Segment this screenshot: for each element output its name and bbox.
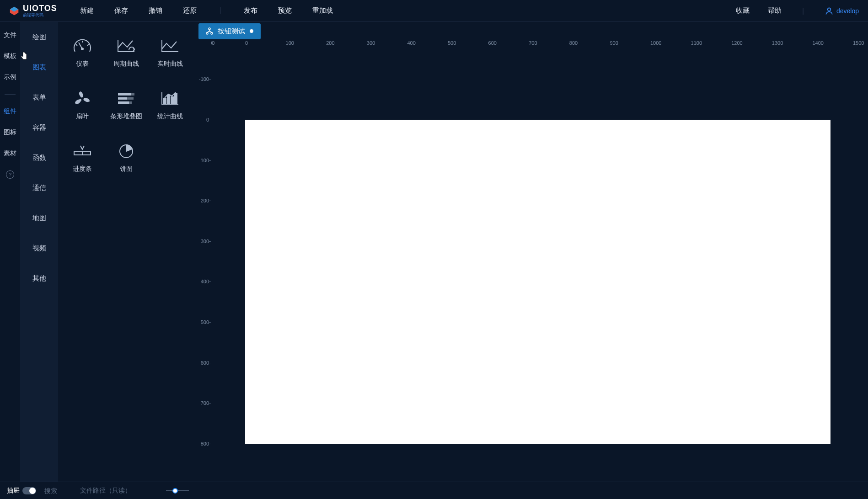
svg-point-20 bbox=[209, 28, 210, 30]
comp-fan[interactable]: 扇叶 bbox=[60, 79, 104, 132]
tab-active[interactable]: 按钮测试 bbox=[198, 23, 261, 39]
header-right: 收藏 帮助 | develop bbox=[736, 6, 859, 16]
svg-line-24 bbox=[207, 31, 209, 32]
sb1-divider bbox=[5, 94, 16, 95]
menu-undo[interactable]: 撤销 bbox=[149, 6, 162, 15]
tab-modified-dot bbox=[250, 29, 253, 33]
sb1-component[interactable]: 组件 bbox=[4, 107, 16, 116]
sb2-form[interactable]: 表单 bbox=[20, 82, 58, 112]
sb2-comm[interactable]: 通信 bbox=[20, 173, 58, 203]
tab-title: 按钮测试 bbox=[218, 27, 245, 36]
svg-rect-9 bbox=[118, 97, 127, 100]
svg-rect-16 bbox=[175, 93, 177, 104]
svg-line-25 bbox=[209, 31, 212, 32]
hierarchy-icon bbox=[206, 27, 213, 35]
comp-label: 实时曲线 bbox=[157, 60, 183, 68]
stat-curve-icon bbox=[160, 90, 180, 107]
comp-label: 进度条 bbox=[73, 165, 92, 173]
comp-stat-curve[interactable]: 统计曲线 bbox=[148, 79, 192, 132]
sb2-function[interactable]: 函数 bbox=[20, 143, 58, 173]
fan-icon bbox=[72, 90, 92, 107]
sb2-draw[interactable]: 绘图 bbox=[20, 22, 58, 52]
top-menu: 新建 保存 撤销 还原 | 发布 预览 重加载 bbox=[80, 6, 333, 15]
sb1-iconlib[interactable]: 图标 bbox=[4, 128, 16, 137]
menu-save[interactable]: 保存 bbox=[114, 6, 128, 15]
comp-bar-stack[interactable]: 条形堆叠图 bbox=[104, 79, 148, 132]
main-area: 文件 模板 示例 组件 图标 素材 ? 绘图 图表 表单 容器 函数 通信 地图… bbox=[0, 22, 868, 482]
comp-gauge[interactable]: 仪表 bbox=[60, 27, 104, 79]
comp-label: 统计曲线 bbox=[157, 112, 183, 121]
logo-text: UIOTOS bbox=[23, 4, 57, 13]
gauge-icon bbox=[72, 38, 92, 54]
svg-rect-13 bbox=[164, 99, 166, 104]
comp-label: 条形堆叠图 bbox=[110, 112, 142, 121]
sidebar-primary: 文件 模板 示例 组件 图标 素材 ? bbox=[0, 22, 20, 482]
sb2-chart[interactable]: 图表 bbox=[20, 52, 58, 82]
top-header: UIOTOS 前端零代码 新建 保存 撤销 还原 | 发布 预览 重加载 收藏 … bbox=[0, 0, 868, 22]
sb2-map[interactable]: 地图 bbox=[20, 203, 58, 233]
svg-point-6 bbox=[81, 97, 84, 100]
sb1-file[interactable]: 文件 bbox=[4, 31, 16, 39]
sidebar-secondary: 绘图 图表 表单 容器 函数 通信 地图 视频 其他 bbox=[20, 22, 58, 482]
menu-preview[interactable]: 预览 bbox=[278, 6, 292, 15]
svg-point-22 bbox=[211, 32, 213, 34]
svg-point-0 bbox=[828, 8, 831, 11]
svg-rect-11 bbox=[118, 101, 129, 104]
canvas-area[interactable] bbox=[211, 51, 868, 482]
sb2-other[interactable]: 其他 bbox=[20, 263, 58, 293]
comp-label: 扇叶 bbox=[76, 112, 89, 121]
comp-label: 饼图 bbox=[120, 165, 133, 173]
sb1-template[interactable]: 模板 bbox=[4, 52, 16, 60]
search-input[interactable] bbox=[44, 487, 72, 494]
comp-realtime-curve[interactable]: 实时曲线 bbox=[148, 27, 192, 79]
sb2-container[interactable]: 容器 bbox=[20, 112, 58, 143]
svg-line-3 bbox=[76, 44, 77, 46]
menu-favorite[interactable]: 收藏 bbox=[736, 6, 750, 15]
drawer-toggle[interactable]: 抽屉 bbox=[7, 487, 36, 495]
user-name: develop bbox=[836, 7, 859, 15]
component-palette: 仪表 周期曲线 实时曲线 bbox=[58, 22, 196, 482]
menu-publish[interactable]: 发布 bbox=[244, 6, 257, 15]
svg-line-5 bbox=[87, 44, 89, 46]
comp-progress[interactable]: 进度条 bbox=[60, 132, 104, 184]
sb1-example[interactable]: 示例 bbox=[4, 73, 16, 81]
ruler-vertical[interactable]: -200-1000100200300400500600700800 bbox=[196, 51, 211, 482]
menu-redo[interactable]: 还原 bbox=[183, 6, 197, 15]
artboard[interactable] bbox=[245, 120, 830, 444]
realtime-curve-icon bbox=[160, 38, 180, 54]
menu-new[interactable]: 新建 bbox=[80, 6, 94, 15]
footer-bar: 抽屉 文件路径（只读） bbox=[0, 482, 868, 499]
svg-rect-12 bbox=[129, 101, 132, 104]
svg-rect-8 bbox=[131, 93, 134, 96]
header-divider: | bbox=[802, 7, 804, 15]
logo[interactable]: UIOTOS 前端零代码 bbox=[9, 4, 57, 18]
pie-icon bbox=[116, 143, 136, 159]
svg-point-21 bbox=[206, 32, 208, 34]
svg-rect-10 bbox=[127, 97, 134, 100]
menu-help[interactable]: 帮助 bbox=[768, 6, 782, 15]
comp-label: 周期曲线 bbox=[113, 60, 139, 68]
user-icon bbox=[825, 6, 834, 16]
comp-cycle-curve[interactable]: 周期曲线 bbox=[104, 27, 148, 79]
cycle-curve-icon bbox=[116, 38, 136, 54]
toggle-switch[interactable] bbox=[22, 487, 36, 494]
comp-label: 仪表 bbox=[76, 60, 89, 68]
file-path-label: 文件路径（只读） bbox=[80, 487, 131, 495]
svg-rect-15 bbox=[171, 97, 173, 104]
ruler-horizontal[interactable]: -200-10001002003004005006007008009001000… bbox=[211, 40, 868, 51]
zoom-slider[interactable] bbox=[166, 490, 189, 491]
user-menu[interactable]: develop bbox=[825, 6, 859, 16]
svg-rect-7 bbox=[118, 93, 131, 96]
comp-pie[interactable]: 饼图 bbox=[104, 132, 148, 184]
drawer-label: 抽屉 bbox=[7, 487, 20, 495]
canvas-wrap: 按钮测试 -200-100010020030040050060070080090… bbox=[196, 22, 868, 482]
tab-bar: 按钮测试 bbox=[196, 22, 868, 40]
help-icon[interactable]: ? bbox=[6, 170, 14, 179]
svg-point-2 bbox=[81, 48, 83, 50]
sb2-video[interactable]: 视频 bbox=[20, 233, 58, 263]
menu-reload[interactable]: 重加载 bbox=[312, 6, 333, 15]
sb1-asset[interactable]: 素材 bbox=[4, 149, 16, 158]
menu-divider: | bbox=[220, 6, 221, 15]
svg-rect-14 bbox=[167, 95, 170, 104]
canvas-body: -200-1000100200300400500600700800 bbox=[196, 51, 868, 482]
